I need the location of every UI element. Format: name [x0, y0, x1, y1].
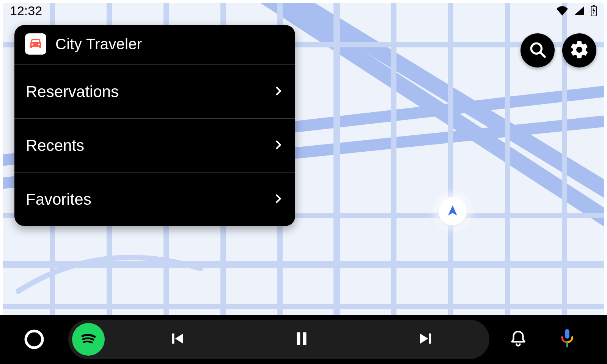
side-panel: City Traveler Reservations Recents Favor…	[14, 25, 295, 226]
skip-next-icon	[417, 328, 437, 350]
settings-button[interactable]	[562, 33, 596, 67]
panel-header: City Traveler	[14, 25, 295, 64]
spotify-icon	[77, 328, 99, 351]
play-pause-button[interactable]	[239, 320, 364, 359]
status-indicators	[556, 5, 597, 16]
next-track-button[interactable]	[364, 320, 489, 359]
menu-item-recents[interactable]: Recents	[14, 118, 295, 172]
gear-icon	[569, 39, 590, 61]
status-bar: 12:32	[0, 0, 607, 21]
home-button[interactable]	[23, 328, 45, 350]
skip-previous-icon	[166, 328, 187, 350]
svg-line-4	[540, 52, 544, 56]
battery-charging-icon	[590, 5, 597, 16]
pause-icon	[292, 329, 311, 350]
car-icon	[28, 36, 43, 52]
menu-label: Reservations	[26, 83, 119, 101]
media-app-button[interactable]	[72, 323, 105, 356]
app-icon	[25, 33, 46, 55]
chevron-right-icon	[273, 86, 284, 98]
svg-rect-6	[297, 332, 300, 345]
location-puck	[439, 197, 467, 225]
search-button[interactable]	[521, 33, 555, 67]
svg-rect-2	[593, 5, 594, 6]
mic-icon	[558, 344, 576, 350]
bell-icon	[509, 343, 528, 349]
svg-point-5	[26, 331, 42, 348]
circle-outline-icon	[23, 345, 45, 351]
svg-rect-7	[303, 332, 307, 345]
chevron-right-icon	[273, 140, 284, 152]
wifi-icon	[556, 6, 568, 16]
navigation-arrow-icon	[446, 204, 459, 219]
search-icon	[528, 40, 547, 61]
media-controls	[68, 320, 489, 359]
menu-label: Favorites	[26, 190, 91, 209]
svg-rect-8	[565, 329, 569, 339]
microphone-button[interactable]	[558, 328, 576, 350]
chevron-right-icon	[273, 193, 284, 206]
status-time: 12:32	[10, 3, 42, 18]
app-title: City Traveler	[55, 36, 142, 53]
menu-item-favorites[interactable]: Favorites	[14, 172, 295, 226]
bottom-bar	[0, 315, 607, 364]
menu-item-reservations[interactable]: Reservations	[14, 64, 295, 118]
previous-track-button[interactable]	[114, 320, 239, 359]
cellular-icon	[574, 6, 585, 16]
menu-label: Recents	[26, 136, 84, 155]
notifications-button[interactable]	[509, 329, 528, 350]
